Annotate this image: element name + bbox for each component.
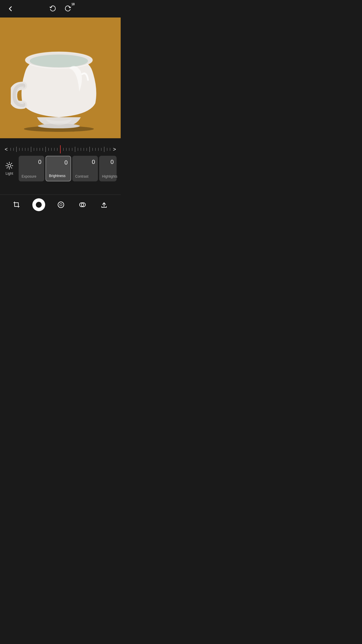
bottom-toolbar (0, 195, 121, 215)
ruler-track[interactable] (10, 143, 111, 156)
brightness-card[interactable]: 0 Brightness (45, 156, 71, 181)
exposure-value: 0 (22, 159, 41, 165)
ruler-right-arrow[interactable]: > (111, 146, 118, 153)
highlights-name: Highlights (102, 174, 114, 178)
ruler-container: < (0, 143, 121, 156)
ruler-left-arrow[interactable]: < (3, 146, 10, 153)
svg-line-12 (11, 163, 12, 164)
crop-tool-button[interactable] (11, 199, 22, 211)
adjust-tool-button[interactable] (32, 198, 45, 211)
svg-point-22 (58, 202, 64, 208)
highlights-value: 0 (102, 159, 114, 165)
back-button[interactable] (6, 4, 15, 13)
contrast-value: 0 (75, 159, 95, 165)
photo-area (0, 18, 121, 138)
mid-section: < (0, 138, 121, 186)
undo-button[interactable] (48, 4, 58, 14)
adjustments-row: Light 0 Exposure 0 Brightness 0 Con (0, 156, 121, 184)
redo-count: 18 (71, 3, 75, 6)
exposure-name: Exposure (22, 174, 41, 178)
filter-tool-button[interactable] (55, 199, 67, 211)
svg-point-2 (30, 55, 88, 67)
redo-button[interactable]: 18 (63, 4, 73, 14)
cards-container: 0 Exposure 0 Brightness 0 Contrast 0 Hig… (19, 156, 117, 181)
mask-tool-button[interactable] (77, 199, 88, 211)
sun-icon (5, 162, 13, 170)
svg-line-14 (15, 203, 18, 206)
brightness-value: 0 (49, 159, 68, 166)
app-container: 18 (0, 0, 121, 215)
light-section: Light (0, 162, 19, 176)
svg-point-5 (8, 164, 11, 167)
svg-point-23 (60, 204, 62, 206)
svg-line-13 (7, 167, 8, 168)
top-bar: 18 (0, 0, 121, 18)
contrast-card[interactable]: 0 Contrast (72, 156, 98, 181)
svg-line-11 (11, 167, 12, 168)
contrast-name: Contrast (75, 174, 95, 178)
svg-line-10 (7, 163, 8, 164)
highlights-card[interactable]: 0 Highlights (99, 156, 117, 181)
share-tool-button[interactable] (98, 199, 110, 211)
exposure-card[interactable]: 0 Exposure (19, 156, 44, 181)
light-label: Light (6, 172, 13, 176)
brightness-name: Brightness (49, 174, 68, 178)
